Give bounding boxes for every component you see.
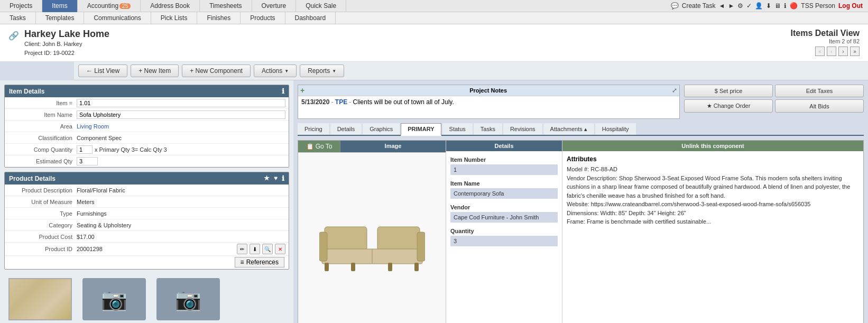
tab-details[interactable]: Details (330, 123, 362, 135)
tab-hospitality[interactable]: Hospitality (595, 123, 636, 135)
product-details-header: Product Details ★ ♥ ℹ (5, 172, 289, 184)
view-title: Items Detail View (791, 29, 860, 38)
tab-quick-sale[interactable]: Quick Sale (296, 0, 346, 12)
search-product-icon[interactable]: 🔍 (262, 244, 273, 254)
attributes-content: Attributes Model #: RC-88-AD Vendor Desc… (562, 151, 863, 323)
tab-pick-lists[interactable]: Pick Lists (151, 12, 198, 24)
item-details-info-icon[interactable]: ℹ (282, 87, 284, 95)
field-area: Area Living Room (5, 121, 289, 132)
tab-pricing[interactable]: Pricing (298, 123, 329, 135)
attributes-title: Attributes (567, 155, 859, 163)
item-count: Item 2 of 82 (791, 38, 860, 44)
field-item-name: Item Name (5, 109, 289, 121)
remove-product-icon[interactable]: ✕ (275, 244, 285, 254)
edit-taxes-button[interactable]: Edit Taxes (775, 85, 864, 97)
info-icon[interactable]: ℹ (784, 2, 787, 10)
tab-accounting[interactable]: Accounting 25 (78, 0, 141, 12)
product-info-icon[interactable]: ℹ (282, 174, 284, 182)
tab-attachments[interactable]: Attachments ▴ (543, 123, 594, 135)
tab-status[interactable]: Status (442, 123, 473, 135)
attributes-panel: Unlink this component Attributes Model #… (562, 141, 863, 323)
accounting-badge: 25 (119, 3, 131, 9)
field-product-id: Product ID 20001298 ✏ ⬇ 🔍 ✕ (5, 243, 289, 256)
tab-dashboard[interactable]: Dashboard (285, 12, 336, 24)
screen-icon[interactable]: 🖥 (774, 2, 781, 10)
project-title: Harkey Lake Home Client: John B. Harkey … (24, 29, 109, 57)
field-references: ≡ References (5, 256, 289, 269)
alt-bids-button[interactable]: Alt Bids (775, 99, 864, 113)
photo-placeholder-2[interactable]: 📷 (156, 278, 220, 320)
category-value: Seating & Upholstery (77, 222, 285, 228)
logout-button[interactable]: Log Out (838, 2, 863, 10)
project-id: Project ID: 19-0022 (24, 49, 109, 58)
field-item-number: Item = (5, 97, 289, 109)
primary-content-panel: 📋 Go To Image (298, 140, 864, 323)
new-item-button[interactable]: + New Item (131, 64, 179, 77)
new-component-button[interactable]: + New Component (182, 64, 251, 77)
last-item-button[interactable]: » (850, 47, 860, 56)
notes-expand-icon-right[interactable]: ⤢ (672, 87, 677, 94)
user-label: 🔴 (790, 2, 798, 10)
tab-graphics[interactable]: Graphics (363, 123, 400, 135)
heart-icon[interactable]: ♥ (274, 174, 278, 182)
image-section-headers: 📋 Go To Image (298, 141, 446, 153)
tab-products[interactable]: Products (241, 12, 285, 24)
field-classification: Classification Component Spec (5, 132, 289, 144)
fabric-thumbnail[interactable] (8, 278, 72, 320)
left-panel: Item Details ℹ Item = Item Name Area Liv… (0, 80, 293, 323)
toolbar: ← List View + New Item + New Component A… (74, 62, 868, 80)
prev-item-button[interactable]: ‹ (827, 47, 836, 56)
person-icon[interactable]: 👤 (755, 2, 763, 10)
tab-finishes[interactable]: Finishes (197, 12, 241, 24)
item-number-input[interactable] (77, 99, 285, 107)
tab-primary[interactable]: PRIMARY (401, 123, 441, 136)
tab-revisions[interactable]: Revisions (503, 123, 542, 135)
check-icon[interactable]: ✓ (746, 2, 752, 10)
external-link-icon[interactable]: 🔗 (8, 31, 19, 41)
tab-templates[interactable]: Templates (36, 12, 85, 24)
header-left: 🔗 Harkey Lake Home Client: John B. Harke… (8, 29, 791, 57)
reports-dropdown[interactable]: Reports ▼ (300, 64, 344, 77)
go-to-button[interactable]: 📋 Go To (298, 141, 340, 152)
product-details-card: Product Details ★ ♥ ℹ Product Descriptio… (4, 172, 289, 270)
edit-product-icon[interactable]: ✏ (237, 244, 247, 254)
actions-dropdown[interactable]: Actions ▼ (254, 64, 297, 77)
tab-tasks[interactable]: Tasks (0, 12, 36, 24)
tab-address-book[interactable]: Address Book (141, 0, 200, 12)
estimated-qty-input[interactable] (77, 157, 98, 165)
chat-icon: 💬 (671, 2, 679, 10)
tab-projects[interactable]: Projects (0, 0, 42, 12)
comp-quantity-input[interactable] (77, 145, 93, 154)
tab-tasks[interactable]: Tasks (474, 123, 502, 135)
change-order-button[interactable]: ★ Change Order (684, 99, 773, 113)
photo-row: 📷 📷 (4, 274, 289, 320)
list-view-button[interactable]: ← List View (78, 64, 127, 77)
top-nav-right-actions: 💬 Create Task ◄ ► ⚙ ✓ 👤 ⬇ 🖥 ℹ 🔴 TSS Pers… (671, 2, 868, 10)
next-item-button[interactable]: › (838, 47, 848, 56)
project-name: Harkey Lake Home (24, 29, 109, 40)
nav-forward-icon[interactable]: ► (728, 2, 734, 10)
item-name-input[interactable] (77, 110, 285, 119)
notes-expand-icon[interactable]: + (300, 86, 304, 95)
tab-communications[interactable]: Communications (84, 12, 151, 24)
set-price-button[interactable]: $ Set price (684, 85, 773, 97)
sofa-image (319, 216, 425, 274)
first-item-button[interactable]: « (815, 47, 825, 56)
star-icon[interactable]: ★ (264, 174, 270, 182)
product-details-body: Product Description Floral/Floral Fabric… (5, 184, 289, 269)
download-icon[interactable]: ⬇ (766, 2, 771, 10)
svg-rect-4 (417, 232, 425, 261)
photo-placeholder-1[interactable]: 📷 (82, 278, 146, 320)
download-product-icon[interactable]: ⬇ (250, 244, 260, 254)
product-cost-value: $17.00 (77, 234, 285, 240)
tab-overture[interactable]: Overture (252, 0, 297, 12)
unlink-component-button[interactable]: Unlink this component (562, 141, 863, 151)
tab-items[interactable]: Items (42, 0, 77, 12)
references-button[interactable]: ≡ References (235, 257, 284, 267)
top-nav-tabs: Projects Items Accounting 25 Address Boo… (0, 0, 671, 12)
tab-timesheets[interactable]: Timesheets (200, 0, 252, 12)
create-task-link[interactable]: Create Task (682, 2, 716, 10)
project-notes-section: + Project Notes ⤢ 5/13/2020 - TPE - Clie… (298, 85, 680, 119)
nav-back-icon[interactable]: ◄ (719, 2, 725, 10)
settings-icon[interactable]: ⚙ (737, 2, 743, 10)
